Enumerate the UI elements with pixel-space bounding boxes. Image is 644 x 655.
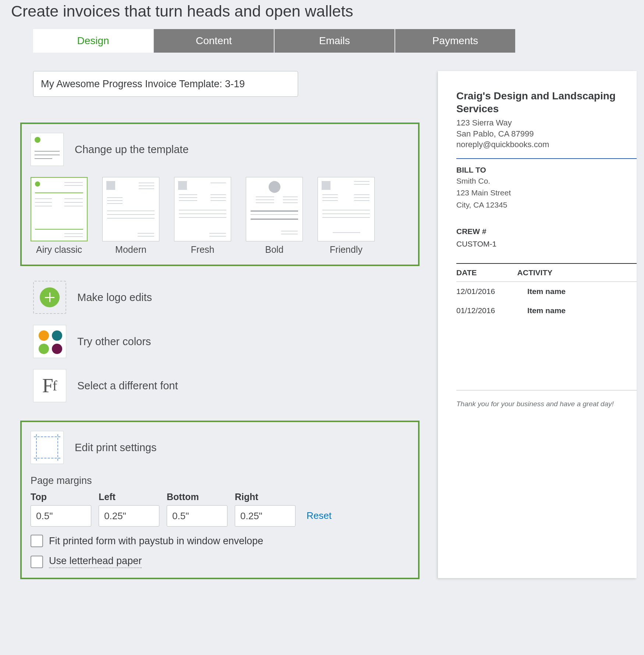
try-colors-row[interactable]: Try other colors — [33, 325, 438, 358]
template-name-label: Friendly — [318, 244, 375, 255]
preview-billto-addr1: 123 Main Street — [456, 188, 637, 198]
template-name-label: Bold — [246, 244, 303, 255]
preview-addr1: 123 Sierra Way — [456, 117, 637, 128]
print-settings-icon — [31, 431, 64, 464]
template-airy-classic[interactable]: Airy classic — [31, 177, 88, 255]
letterhead-row[interactable]: Use letterhead paper — [31, 555, 409, 568]
preview-row-date: 12/01/2016 — [456, 287, 495, 296]
template-name-input[interactable]: My Awesome Progress Invoice Template: 3-… — [33, 71, 298, 97]
tab-content[interactable]: Content — [154, 29, 274, 53]
margin-left-input[interactable] — [99, 505, 159, 527]
template-friendly[interactable]: Friendly — [318, 177, 375, 255]
template-icon — [31, 133, 64, 166]
margin-right-label: Right — [235, 492, 296, 502]
preview-billto-addr2: City, CA 12345 — [456, 200, 637, 210]
preview-row-date: 01/12/2016 — [456, 306, 495, 315]
make-logo-edits-row[interactable]: Make logo edits — [33, 281, 438, 314]
page-title: Create invoices that turn heads and open… — [0, 0, 644, 29]
letterhead-label: Use letterhead paper — [49, 555, 142, 568]
margin-left-label: Left — [99, 492, 159, 502]
letterhead-checkbox[interactable] — [31, 556, 43, 568]
tab-emails[interactable]: Emails — [275, 29, 394, 53]
print-settings-label: Edit print settings — [75, 442, 156, 454]
change-template-label: Change up the template — [75, 144, 189, 156]
preview-crew-value: CUSTOM-1 — [456, 240, 637, 248]
colors-icon — [33, 325, 66, 358]
preview-billto-label: BILL TO — [456, 166, 637, 174]
margin-bottom-input[interactable] — [167, 505, 227, 527]
preview-row-activity: Item name — [527, 287, 566, 296]
fit-envelope-row[interactable]: Fit printed form with paystub in window … — [31, 535, 409, 547]
try-colors-label: Try other colors — [77, 336, 151, 348]
preview-email: noreply@quickbooks.com — [456, 139, 637, 150]
change-template-section: Change up the template — [20, 123, 420, 266]
tab-design[interactable]: Design — [33, 29, 153, 53]
select-font-label: Select a different font — [77, 380, 178, 392]
preview-col-activity: ACTIVITY — [517, 268, 553, 277]
preview-row-activity: Item name — [527, 306, 566, 315]
template-name-label: Airy classic — [31, 244, 88, 255]
fit-envelope-label: Fit printed form with paystub in window … — [49, 535, 263, 547]
template-name-label: Modern — [102, 244, 159, 255]
template-name-label: Fresh — [174, 244, 231, 255]
tab-payments[interactable]: Payments — [395, 29, 515, 53]
preview-thanks: Thank you for your business and have a g… — [456, 400, 637, 408]
preview-crew-label: CREW # — [456, 227, 637, 236]
select-font-row[interactable]: Ff Select a different font — [33, 369, 438, 402]
preview-col-date: DATE — [456, 268, 477, 277]
make-logo-edits-label: Make logo edits — [77, 291, 152, 304]
font-icon: Ff — [33, 369, 66, 402]
logo-upload-box[interactable] — [33, 281, 66, 314]
fit-envelope-checkbox[interactable] — [31, 535, 43, 547]
preview-table-row: 01/12/2016 Item name — [456, 301, 637, 320]
invoice-preview: Craig's Design and Landscaping Services … — [438, 71, 637, 578]
plus-icon — [40, 287, 60, 307]
template-fresh[interactable]: Fresh — [174, 177, 231, 255]
margin-bottom-label: Bottom — [167, 492, 227, 502]
preview-company-name: Craig's Design and Landscaping Services — [456, 89, 637, 115]
margin-top-label: Top — [31, 492, 91, 502]
preview-addr2: San Pablo, CA 87999 — [456, 128, 637, 139]
tabs: Design Content Emails Payments — [33, 29, 644, 53]
preview-table-row: 12/01/2016 Item name — [456, 282, 637, 301]
template-modern[interactable]: Modern — [102, 177, 159, 255]
margin-right-input[interactable] — [235, 505, 296, 527]
print-settings-section: Edit print settings Page margins Top Lef… — [20, 421, 420, 579]
preview-billto-name: Smith Co. — [456, 176, 637, 186]
reset-margins-link[interactable]: Reset — [307, 510, 332, 521]
page-margins-title: Page margins — [31, 475, 409, 486]
template-bold[interactable]: Bold — [246, 177, 303, 255]
margin-top-input[interactable] — [31, 505, 91, 527]
